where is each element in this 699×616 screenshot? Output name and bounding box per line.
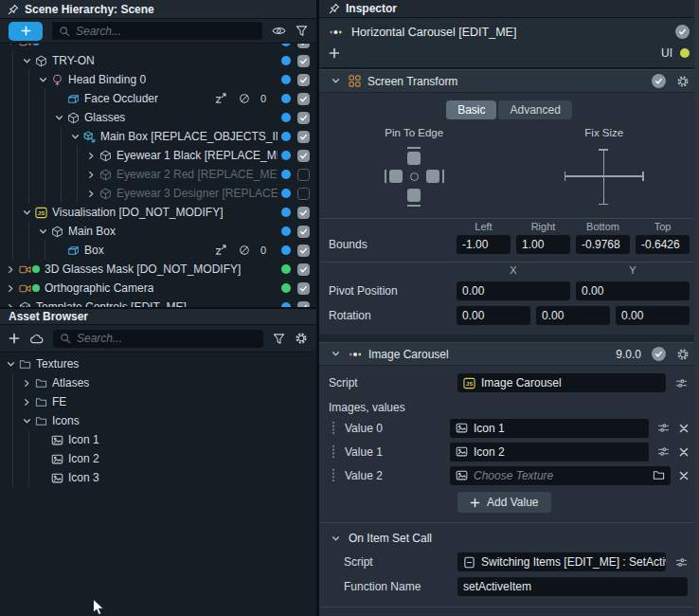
chevron-down-icon[interactable] bbox=[68, 133, 81, 141]
scene-tree-row[interactable]: Main Box [REPLACE_OBJECTS_INS bbox=[0, 127, 316, 146]
gear-icon[interactable] bbox=[676, 348, 690, 361]
fix-size-widget[interactable] bbox=[557, 147, 652, 207]
scene-tree-row[interactable]: Glasses bbox=[0, 108, 316, 127]
enabled-checkbox[interactable] bbox=[297, 55, 310, 67]
layer-color-dot[interactable] bbox=[281, 283, 291, 293]
on-item-set-call-header[interactable]: On Item Set Call bbox=[319, 527, 699, 550]
chevron-down-icon[interactable] bbox=[4, 360, 17, 369]
bounds-bottom-input[interactable]: -0.9768 bbox=[576, 235, 630, 254]
chevron-right-icon[interactable] bbox=[84, 190, 98, 198]
object-enabled-checkbox[interactable] bbox=[675, 25, 690, 39]
chevron-right-icon[interactable] bbox=[84, 171, 98, 179]
inspector-scrollbar[interactable] bbox=[694, 0, 699, 616]
sort-order-icon[interactable] bbox=[213, 245, 228, 256]
asset-tree-row[interactable]: Icon 1 bbox=[0, 430, 316, 449]
add-asset-button[interactable] bbox=[9, 333, 20, 344]
layer-color-dot[interactable] bbox=[281, 264, 291, 274]
asset-tree-row[interactable]: FE bbox=[0, 392, 316, 411]
hidden-icon[interactable] bbox=[237, 245, 252, 256]
enabled-checkbox[interactable] bbox=[297, 282, 310, 295]
chevron-down-icon[interactable] bbox=[329, 534, 342, 543]
chevron-down-icon[interactable] bbox=[4, 44, 17, 46]
bounds-left-input[interactable]: -1.00 bbox=[457, 235, 511, 254]
screen-transform-header[interactable]: Screen Transform bbox=[319, 69, 699, 93]
chevron-down-icon[interactable] bbox=[52, 114, 65, 122]
chevron-right-icon[interactable] bbox=[20, 379, 33, 388]
layer-color-dot[interactable] bbox=[281, 226, 291, 236]
enabled-checkbox[interactable] bbox=[297, 245, 310, 257]
drag-handle-icon[interactable] bbox=[329, 444, 338, 459]
chevron-right-icon[interactable] bbox=[84, 152, 98, 160]
scene-tree-row[interactable]: Eyewear 1 Black [REPLACE_ME] bbox=[0, 146, 316, 165]
asset-search-input[interactable]: Search... bbox=[53, 330, 263, 348]
component-enabled-checkbox[interactable] bbox=[652, 74, 666, 88]
folder-icon[interactable] bbox=[653, 469, 665, 481]
texture-field[interactable]: Icon 1 bbox=[450, 419, 649, 438]
enabled-checkbox[interactable] bbox=[297, 263, 310, 276]
enabled-checkbox[interactable] bbox=[297, 188, 310, 200]
drag-handle-icon[interactable] bbox=[329, 468, 338, 482]
pin-right-button[interactable] bbox=[426, 170, 439, 183]
gear-icon[interactable] bbox=[676, 75, 690, 88]
chevron-down-icon[interactable] bbox=[20, 417, 33, 426]
enabled-checkbox[interactable] bbox=[297, 74, 310, 86]
scene-tree-row[interactable]: Main Box bbox=[0, 222, 316, 241]
scene-tree-row[interactable]: Head Binding 0 bbox=[0, 70, 316, 89]
asset-tree-row[interactable]: Atlases bbox=[0, 373, 316, 392]
remove-value-icon[interactable] bbox=[677, 471, 690, 480]
pivot-x-input[interactable]: 0.00 bbox=[457, 281, 570, 300]
tab-basic[interactable]: Basic bbox=[446, 100, 496, 119]
chevron-down-icon[interactable] bbox=[36, 227, 49, 236]
layer-color-dot[interactable] bbox=[281, 44, 291, 46]
callback-script-field[interactable]: Switching Items [EDIT_ME] : SetActiv bbox=[457, 553, 666, 571]
layer-color-dot[interactable] bbox=[680, 48, 690, 58]
filter-icon[interactable] bbox=[296, 25, 308, 37]
chevron-down-icon[interactable] bbox=[20, 208, 33, 217]
add-value-button[interactable]: Add Value bbox=[457, 492, 551, 513]
enabled-checkbox[interactable] bbox=[297, 169, 310, 181]
asset-tree-row[interactable]: Textures bbox=[0, 354, 316, 373]
asset-tree-row[interactable]: Icon 2 bbox=[0, 449, 316, 468]
layer-color-dot[interactable] bbox=[281, 94, 291, 103]
enabled-checkbox[interactable] bbox=[297, 44, 310, 48]
enabled-checkbox[interactable] bbox=[297, 131, 310, 143]
layer-color-dot[interactable] bbox=[281, 208, 291, 217]
cloud-icon[interactable] bbox=[29, 334, 44, 344]
bounds-top-input[interactable]: -0.6426 bbox=[636, 235, 690, 254]
function-name-input[interactable]: setActiveItem bbox=[457, 577, 688, 596]
texture-field[interactable]: Icon 2 bbox=[450, 443, 649, 462]
layer-color-dot[interactable] bbox=[281, 245, 291, 255]
pin-center-button[interactable] bbox=[410, 172, 419, 181]
rotation-x-input[interactable]: 0.00 bbox=[457, 306, 530, 325]
tab-advanced[interactable]: Advanced bbox=[498, 100, 571, 119]
asset-tree-row[interactable]: Icons bbox=[0, 411, 316, 430]
scene-tree-row[interactable] bbox=[0, 44, 316, 51]
chevron-down-icon[interactable] bbox=[329, 77, 342, 85]
sort-order-icon[interactable] bbox=[213, 93, 228, 104]
layer-color-dot[interactable] bbox=[281, 151, 291, 160]
chevron-down-icon[interactable] bbox=[329, 350, 342, 358]
scene-tree-row[interactable]: Orthographic Camera bbox=[0, 279, 316, 298]
layer-color-dot[interactable] bbox=[281, 113, 291, 122]
pin-left-button[interactable] bbox=[389, 170, 403, 183]
rotation-y-input[interactable]: 0.00 bbox=[536, 306, 610, 325]
pivot-y-input[interactable]: 0.00 bbox=[576, 281, 690, 300]
add-component-button[interactable] bbox=[329, 47, 340, 59]
component-enabled-checkbox[interactable] bbox=[652, 347, 666, 361]
asset-tree-row[interactable]: Icon 3 bbox=[0, 468, 316, 487]
scene-tree-row[interactable]: Template Controls [EDIT_ME] bbox=[0, 298, 316, 307]
gear-icon[interactable] bbox=[295, 332, 308, 345]
layer-color-dot[interactable] bbox=[281, 189, 291, 198]
remove-value-icon[interactable] bbox=[677, 447, 690, 457]
chevron-right-icon[interactable] bbox=[4, 265, 17, 274]
tune-icon[interactable] bbox=[672, 557, 690, 568]
tune-icon[interactable] bbox=[672, 378, 690, 389]
chevron-right-icon[interactable] bbox=[4, 284, 17, 293]
visibility-eye-icon[interactable] bbox=[272, 26, 286, 36]
scene-tree-row[interactable]: TRY-ON bbox=[0, 51, 316, 70]
layer-label[interactable]: UI bbox=[661, 46, 672, 60]
chevron-down-icon[interactable] bbox=[36, 76, 49, 84]
tune-icon[interactable] bbox=[655, 446, 671, 457]
script-field[interactable]: JS Image Carousel bbox=[457, 373, 666, 392]
remove-value-icon[interactable] bbox=[677, 424, 690, 433]
